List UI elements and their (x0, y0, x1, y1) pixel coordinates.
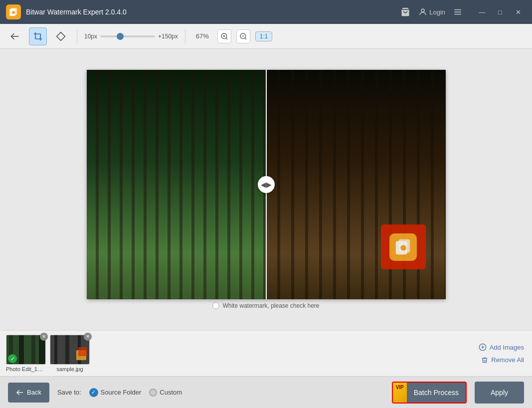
toolbar-divider-1 (77, 29, 77, 44)
svg-point-27 (167, 70, 256, 170)
svg-point-32 (169, 204, 184, 219)
toolbar: 10px +150px 67% 1:1 (0, 24, 532, 49)
add-images-label: Add Images (490, 344, 524, 351)
divider-arrows-icon: ◀▶ (261, 181, 272, 189)
image-before (87, 70, 266, 299)
window-controls: — □ ✕ (474, 5, 526, 19)
svg-rect-55 (19, 335, 24, 365)
svg-rect-60 (65, 335, 69, 365)
thumbnail-img-2 (50, 335, 90, 365)
diamond-tool-button[interactable] (52, 27, 70, 45)
svg-point-26 (112, 70, 181, 150)
remove-all-label: Remove All (491, 356, 524, 364)
custom-option[interactable]: Custom (149, 389, 182, 397)
size-slider-track[interactable] (100, 35, 155, 37)
svg-rect-16 (87, 70, 266, 299)
minimize-button[interactable]: — (474, 5, 490, 19)
svg-rect-35 (286, 70, 296, 299)
app-title: Bitwar Watermark Expert 2.0.4.0 (26, 8, 400, 16)
svg-rect-37 (336, 70, 347, 299)
title-bar-actions: Login — □ ✕ (400, 5, 526, 19)
app-logo (6, 4, 21, 19)
back-label: Back (27, 389, 41, 396)
source-folder-label: Source Folder (101, 389, 142, 396)
svg-point-30 (146, 224, 176, 244)
zoom-out-button[interactable] (236, 29, 250, 43)
apply-button[interactable]: Apply (475, 382, 524, 404)
svg-point-45 (329, 224, 351, 274)
svg-rect-23 (236, 70, 245, 299)
thumbnail-check-icon: ✓ (8, 354, 17, 363)
login-button[interactable]: Login (418, 7, 445, 16)
thumbnail-close-2[interactable]: ✕ (84, 333, 92, 341)
main-content: ◀▶ White watermark, please check here ✓ … (0, 49, 532, 408)
source-folder-check-icon: ✓ (89, 388, 98, 397)
svg-rect-21 (186, 70, 193, 299)
size-slider-container: 10px +150px (84, 33, 178, 40)
min-px-label: 10px (84, 33, 97, 40)
white-watermark-text: White watermark, please check here (222, 302, 319, 309)
save-to-label: Save to: (57, 389, 81, 396)
menu-icon[interactable] (453, 7, 462, 16)
vip-label: VIP (396, 385, 404, 390)
crop-tool-button[interactable] (29, 27, 47, 45)
forest-bg-left (87, 70, 266, 299)
thumbnail-close-1[interactable]: ✕ (40, 333, 48, 341)
svg-point-24 (137, 279, 216, 299)
thumbnails-bar: ✓ ✕ Photo Edit_1695... ✕ sample.jpg (0, 330, 532, 376)
svg-point-4 (421, 9, 424, 12)
notice-radio[interactable] (212, 302, 219, 309)
thumbnails-actions: Add Images Remove All (477, 342, 526, 365)
source-folder-option[interactable]: ✓ Source Folder (89, 388, 142, 397)
forest-bg-right (266, 70, 446, 299)
batch-process-button[interactable]: VIP Batch Process (392, 382, 467, 404)
thumbnail-label-2: sample.jpg (50, 366, 90, 372)
svg-point-42 (266, 70, 311, 165)
toolbar-divider-2 (185, 29, 185, 44)
svg-point-47 (325, 224, 355, 244)
svg-rect-36 (311, 70, 320, 299)
svg-rect-40 (426, 70, 435, 299)
image-preview-container[interactable]: ◀▶ (87, 70, 446, 299)
login-label: Login (429, 8, 445, 16)
svg-rect-48 (350, 219, 362, 254)
svg-rect-59 (54, 335, 57, 365)
watermark-icon-inner (389, 233, 417, 261)
bottom-bar: Back Save to: ✓ Source Folder Custom VIP… (0, 376, 532, 408)
custom-radio (149, 389, 157, 397)
cart-icon[interactable] (400, 7, 410, 17)
maximize-button[interactable]: □ (492, 5, 508, 19)
svg-point-52 (400, 245, 406, 250)
svg-point-25 (87, 70, 142, 170)
zoom-in-button[interactable] (217, 29, 231, 43)
thumbnail-item-2[interactable]: ✕ sample.jpg (50, 335, 90, 372)
svg-point-29 (153, 206, 169, 222)
white-watermark-notice[interactable]: White watermark, please check here (212, 302, 319, 309)
thumbnail-label-1: Photo Edit_1695... (6, 366, 46, 372)
close-button[interactable]: ✕ (510, 5, 526, 19)
thumbnail-item-1[interactable]: ✓ ✕ Photo Edit_1695... (6, 335, 46, 372)
back-button[interactable]: Back (8, 383, 49, 403)
title-bar: Bitwar Watermark Expert 2.0.4.0 Login (0, 0, 532, 24)
image-after (266, 70, 446, 299)
preview-area: ◀▶ White watermark, please check here (0, 49, 532, 330)
svg-point-41 (311, 277, 401, 299)
back-tool-button[interactable] (6, 27, 24, 45)
max-px-label: +150px (158, 33, 178, 40)
watermark-overlay (381, 224, 426, 269)
svg-line-12 (226, 38, 227, 39)
vip-badge: VIP (393, 383, 407, 403)
add-images-button[interactable]: Add Images (477, 342, 526, 352)
svg-point-2 (12, 11, 15, 14)
svg-rect-38 (366, 70, 374, 299)
svg-rect-56 (31, 335, 35, 365)
svg-marker-8 (57, 32, 65, 40)
svg-rect-18 (114, 70, 125, 299)
remove-all-button[interactable]: Remove All (479, 355, 526, 365)
svg-rect-19 (142, 70, 150, 299)
ratio-button[interactable]: 1:1 (255, 31, 273, 41)
svg-rect-22 (206, 70, 216, 299)
svg-point-28 (150, 224, 172, 274)
compare-divider-handle[interactable]: ◀▶ (258, 176, 275, 193)
size-slider-thumb[interactable] (117, 33, 124, 40)
